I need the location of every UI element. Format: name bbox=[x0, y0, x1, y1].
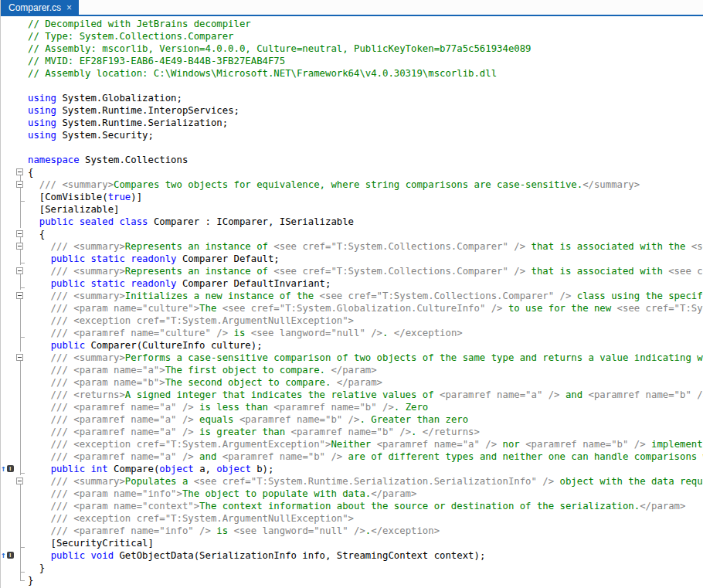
implements-interface-icon[interactable]: ↑I bbox=[1, 464, 14, 473]
code-line-text: /// <exception cref="T:System.ArgumentNu… bbox=[28, 314, 703, 327]
gutter-glyph-margin bbox=[1, 364, 15, 376]
fold-collapse-icon[interactable] bbox=[16, 354, 23, 361]
code-line: { bbox=[1, 228, 703, 240]
code-token: System.Collections bbox=[80, 155, 188, 165]
code-line-text: [SecurityCritical] bbox=[28, 537, 703, 549]
fold-line bbox=[20, 426, 21, 438]
fold-collapse-icon[interactable] bbox=[16, 292, 23, 299]
fold-collapse-icon[interactable] bbox=[16, 267, 23, 274]
gutter-glyph-margin bbox=[1, 30, 15, 42]
fold-line bbox=[20, 500, 21, 512]
fold-collapse-icon[interactable] bbox=[16, 168, 23, 175]
code-token: <see langword="null" /> bbox=[234, 525, 365, 536]
code-line: [Serializable] bbox=[1, 203, 703, 216]
fold-collapse-icon[interactable] bbox=[16, 181, 23, 188]
code-token: using bbox=[28, 117, 56, 128]
code-line-text: { bbox=[28, 228, 703, 240]
fold-collapse-icon[interactable] bbox=[16, 230, 23, 237]
code-line-text: public sealed class Comparer : IComparer… bbox=[28, 216, 703, 228]
gutter-glyph-margin bbox=[1, 166, 15, 178]
code-token: using bbox=[28, 130, 56, 141]
code-token: } bbox=[28, 563, 45, 573]
code-line-text: // MVID: EF28F193-EAB6-4E49-B44B-3FB27EA… bbox=[28, 55, 703, 67]
implements-interface-icon[interactable]: ↑I bbox=[1, 551, 14, 559]
code-token: System.Runtime.Serialization; bbox=[56, 117, 228, 128]
editor-tab-bar: Comparer.cs × bbox=[1, 0, 703, 16]
code-line bbox=[1, 141, 703, 154]
gutter-glyph-margin bbox=[1, 290, 15, 302]
code-token: using bbox=[28, 93, 56, 104]
outlining-margin bbox=[15, 450, 28, 463]
gutter-glyph-margin bbox=[1, 488, 15, 500]
code-line-text: // Type: System.Collections.Comparer bbox=[28, 30, 703, 42]
code-token: Represents an instance of bbox=[125, 266, 274, 277]
code-token: namespace bbox=[28, 155, 80, 165]
code-line: /// <param name="info">The object to pop… bbox=[1, 488, 703, 500]
code-token: public static readonly bbox=[51, 253, 177, 264]
fold-end-tick bbox=[20, 580, 25, 581]
code-token: <see cref="T:System.Globalization.Cultur… bbox=[222, 303, 503, 314]
code-token: public int bbox=[51, 464, 108, 474]
outlining-margin bbox=[15, 30, 28, 42]
code-line-text: using System.Security; bbox=[28, 129, 703, 141]
code-token: </param> bbox=[331, 365, 376, 376]
code-token: /// <param name="a"> bbox=[28, 365, 165, 376]
code-token: Populates a bbox=[125, 476, 194, 487]
outlining-margin bbox=[15, 475, 28, 488]
code-editor[interactable]: // Decompiled with JetBrains decompiler/… bbox=[1, 16, 703, 588]
code-line: /// <exception cref="T:System.ArgumentNu… bbox=[1, 512, 703, 525]
gutter-glyph-margin bbox=[1, 104, 15, 117]
gutter-glyph-margin: ↑I bbox=[1, 549, 15, 562]
code-line: // Type: System.Collections.Comparer bbox=[1, 30, 703, 42]
code-line: [SecurityCritical] bbox=[1, 537, 703, 549]
fold-collapse-icon[interactable] bbox=[16, 243, 23, 250]
code-token: /// <summary> bbox=[28, 179, 114, 190]
outlining-margin bbox=[15, 18, 28, 30]
code-line-text: /// <summary>Compares two objects for eq… bbox=[28, 178, 703, 191]
code-line: public sealed class Comparer : IComparer… bbox=[1, 216, 703, 228]
fold-line bbox=[20, 376, 21, 389]
fold-end-tick bbox=[20, 572, 25, 573]
code-token: is bbox=[228, 328, 251, 338]
editor-window: Comparer.cs × // Decompiled with JetBrai… bbox=[0, 0, 703, 588]
code-line: using System.Security; bbox=[1, 129, 703, 141]
code-line-text: public int Compare(object a, object b); bbox=[28, 463, 703, 475]
code-token: that is associated with bbox=[525, 266, 668, 277]
gutter-glyph-margin bbox=[1, 450, 15, 463]
code-token: Initializes a new instance of the bbox=[125, 291, 320, 301]
gutter-glyph-margin bbox=[1, 178, 15, 191]
outlining-margin bbox=[15, 42, 28, 55]
code-token: public sealed class bbox=[39, 216, 148, 227]
gutter-glyph-margin bbox=[1, 80, 15, 92]
code-line: /// <paramref name="info" /> is <see lan… bbox=[1, 525, 703, 537]
fold-line bbox=[20, 549, 21, 562]
code-token: </param> bbox=[371, 488, 416, 499]
code-line-text: using System.Globalization; bbox=[28, 92, 703, 104]
gutter-glyph-margin bbox=[1, 339, 15, 352]
gutter-glyph-margin bbox=[1, 203, 15, 216]
outlining-margin bbox=[15, 438, 28, 450]
code-token: /// <paramref name="a" /> bbox=[28, 427, 194, 437]
outlining-margin bbox=[15, 228, 28, 240]
tab-close-icon[interactable]: × bbox=[66, 3, 72, 12]
code-token: /// <param name="culture"> bbox=[28, 303, 199, 314]
gutter-glyph-margin bbox=[1, 141, 15, 154]
gutter-glyph-margin bbox=[1, 277, 15, 290]
gutter-glyph-margin bbox=[1, 438, 15, 450]
code-token: <see cref="T:System.Collections.Comparer… bbox=[320, 291, 572, 301]
code-line: /// <param name="b">The second object to… bbox=[1, 376, 703, 389]
code-line-text: [ComVisible(true)] bbox=[28, 191, 703, 203]
tab-comparer[interactable]: Comparer.cs × bbox=[1, 0, 79, 15]
code-line-text: /// <paramref name="a" /> and <paramref … bbox=[28, 450, 703, 463]
code-token: <paramref name="b" /> bbox=[222, 451, 342, 462]
code-token: /// <paramref name="info" /> bbox=[28, 525, 211, 536]
outlining-margin bbox=[15, 265, 28, 277]
code-token: Compares two objects for equivalence, wh… bbox=[114, 179, 582, 190]
gutter-glyph-margin bbox=[1, 191, 15, 203]
fold-line bbox=[20, 314, 21, 327]
code-token: GetObjectData(SerializationInfo info, St… bbox=[114, 550, 485, 561]
interface-badge-icon: I bbox=[7, 465, 14, 472]
fold-collapse-icon[interactable] bbox=[16, 478, 23, 484]
gutter-glyph-margin: ↑I bbox=[1, 463, 15, 475]
code-token: a, bbox=[194, 464, 217, 474]
